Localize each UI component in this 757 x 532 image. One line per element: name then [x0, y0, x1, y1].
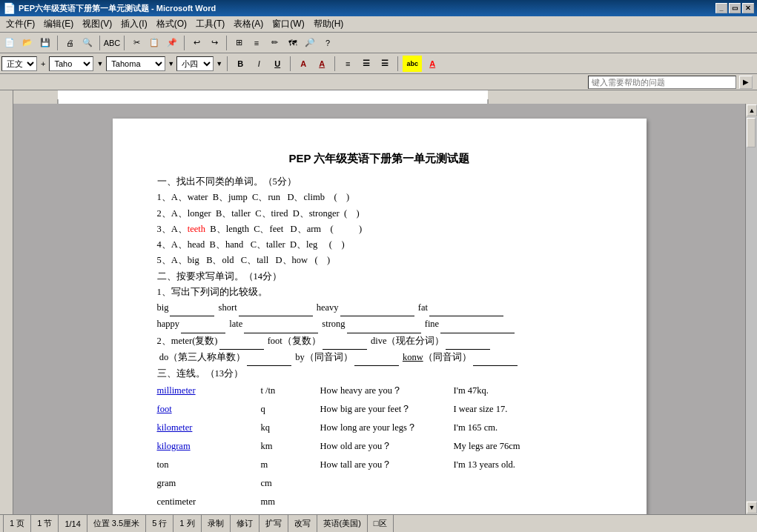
style-select[interactable]: 正文 — [1, 56, 37, 71]
status-row: 5 行 — [146, 515, 173, 532]
menu-help[interactable]: 帮助(H) — [309, 16, 348, 32]
help-go-button[interactable]: ▶ — [739, 76, 753, 89]
font1-select[interactable]: Taho — [49, 56, 93, 71]
redo-button[interactable]: ↪ — [206, 35, 222, 51]
match-q5: How tall are you？ — [320, 456, 454, 474]
print-button[interactable]: 🖨 — [62, 35, 78, 51]
menu-view[interactable]: 视图(V) — [78, 16, 116, 32]
highlight-button[interactable]: abc — [403, 56, 422, 72]
content-area: PEP 六年级英语下册第一单元测试题 一、找出不同类的单词。（5分） 1、A、w… — [13, 90, 757, 514]
copy-button[interactable]: 📋 — [146, 35, 162, 51]
separator3 — [124, 36, 125, 50]
scroll-down-button[interactable]: ▼ — [747, 502, 757, 513]
status-col: 1 列 — [173, 515, 201, 532]
bold-button[interactable]: B — [232, 56, 248, 72]
close-button[interactable]: ✕ — [742, 3, 754, 13]
font2-select[interactable]: Tahoma — [106, 56, 165, 71]
save-button[interactable]: 💾 — [37, 35, 53, 51]
match-cm: cm — [261, 474, 320, 493]
match-meter: meter — [157, 511, 261, 514]
table-button[interactable]: ⊞ — [231, 35, 247, 51]
menu-file[interactable]: 文件(F) — [1, 16, 39, 32]
main-area: PEP 六年级英语下册第一单元测试题 一、找出不同类的单词。（5分） 1、A、w… — [0, 90, 757, 514]
plus-icon: + — [39, 59, 47, 68]
undo-button[interactable]: ↩ — [188, 35, 205, 51]
menu-tools[interactable]: 工具(T) — [191, 16, 229, 32]
align-left[interactable]: ≡ — [340, 56, 356, 72]
underline-button[interactable]: U — [269, 56, 285, 72]
format-toolbar: 正文 + Taho ▼ Tahoma ▼ 小四 ▼ B I U A A ≡ ☰ … — [0, 53, 757, 74]
draw-button[interactable]: ✏ — [266, 35, 282, 51]
match-ans8 — [454, 511, 602, 514]
match-km: km — [261, 437, 320, 456]
columns-button[interactable]: ≡ — [248, 35, 265, 51]
font-color-button[interactable]: A — [424, 56, 440, 72]
minimize-button[interactable]: _ — [715, 3, 727, 13]
menu-edit[interactable]: 编辑(E) — [39, 16, 78, 32]
section1-header: 一、找出不同类的单词。（5分） — [157, 174, 602, 190]
app-icon: 📄 — [3, 2, 16, 14]
match-ton: ton — [157, 456, 261, 474]
help-search-input[interactable] — [588, 76, 736, 89]
match-ans5: I'm 13 years old. — [454, 456, 602, 474]
status-bar: 1 页 1 节 1/14 位置 3.5厘米 5 行 1 列 录制 修订 扩写 改… — [0, 514, 757, 532]
q4-line: 4、A、head B、hand C、taller D、leg ( ) — [157, 237, 602, 253]
open-button[interactable]: 📂 — [19, 35, 36, 51]
separator1 — [57, 36, 58, 50]
status-lang: 英语(美国) — [317, 515, 368, 532]
document-container[interactable]: PEP 六年级英语下册第一单元测试题 一、找出不同类的单词。（5分） 1、A、w… — [13, 104, 745, 514]
spell-button[interactable]: ABC — [104, 35, 120, 51]
restore-button[interactable]: ▭ — [729, 3, 741, 13]
q2-line: 2、A、longer B、taller C、tired D、stronger (… — [157, 206, 602, 222]
font-color-A2[interactable]: A — [314, 56, 330, 72]
fmt-sep1 — [227, 56, 228, 71]
separator4 — [184, 36, 185, 50]
menu-table[interactable]: 表格(A) — [229, 16, 268, 32]
menu-insert[interactable]: 插入(I) — [116, 16, 151, 32]
status-location: 位置 3.5厘米 — [87, 515, 146, 532]
align-numbered[interactable]: ☰ — [377, 56, 393, 72]
right-scrollbar[interactable]: ▲ ▼ — [745, 104, 757, 514]
status-page: 1 页 — [3, 515, 31, 532]
match-q6 — [320, 474, 454, 493]
match-ans6 — [454, 474, 602, 493]
svg-rect-1 — [58, 90, 488, 104]
match-kilometer: kilometer — [157, 419, 261, 437]
cut-button[interactable]: ✂ — [128, 35, 145, 51]
scroll-up-button[interactable]: ▲ — [747, 104, 757, 116]
italic-button[interactable]: I — [251, 56, 267, 72]
window-controls[interactable]: _ ▭ ✕ — [715, 3, 754, 13]
write1-row1: big short heavy fat — [157, 300, 602, 316]
zoom-button[interactable]: 🔎 — [302, 35, 318, 51]
align-bullets[interactable]: ☰ — [358, 56, 374, 72]
write1-row2: happy late strong fine — [157, 316, 602, 333]
help-bar: ▶ — [0, 74, 757, 90]
help2-button[interactable]: ? — [320, 35, 336, 51]
preview-button[interactable]: 🔍 — [79, 35, 96, 51]
scroll-track[interactable] — [746, 117, 757, 501]
match-ans2: I wear size 17. — [454, 400, 602, 419]
section2-header: 二、按要求写单词。（14分） — [157, 269, 602, 285]
write2-line: 2、meter(复数) foot（复数） dive（现在分词） — [157, 333, 602, 350]
menu-bar: 文件(F) 编辑(E) 视图(V) 插入(I) 格式(O) 工具(T) 表格(A… — [0, 16, 757, 33]
match-q8 — [320, 511, 454, 514]
match-q4: How old are you？ — [320, 437, 454, 456]
status-rec: 录制 — [202, 515, 231, 532]
status-section: 1 节 — [31, 515, 59, 532]
scroll-thumb[interactable] — [747, 118, 756, 147]
write1-label: 1、写出下列词的比较级。 — [157, 285, 602, 300]
document-page: PEP 六年级英语下册第一单元测试题 一、找出不同类的单词。（5分） 1、A、w… — [113, 119, 647, 514]
new-button[interactable]: 📄 — [1, 35, 18, 51]
paste-button[interactable]: 📌 — [164, 35, 180, 51]
fmt-sep4 — [397, 56, 398, 71]
write3-line: do（第三人称单数） by（同音词） konw（同音词） — [157, 350, 602, 366]
menu-format[interactable]: 格式(O) — [152, 16, 191, 32]
match-ans7 — [454, 493, 602, 511]
map-button[interactable]: 🗺 — [284, 35, 300, 51]
menu-window[interactable]: 窗口(W) — [268, 16, 308, 32]
match-kilogram: kilogram — [157, 437, 261, 456]
size-select[interactable]: 小四 — [176, 56, 214, 71]
match-m: m — [261, 456, 320, 474]
status-rev: 修订 — [231, 515, 260, 532]
font-color-A[interactable]: A — [295, 56, 311, 72]
